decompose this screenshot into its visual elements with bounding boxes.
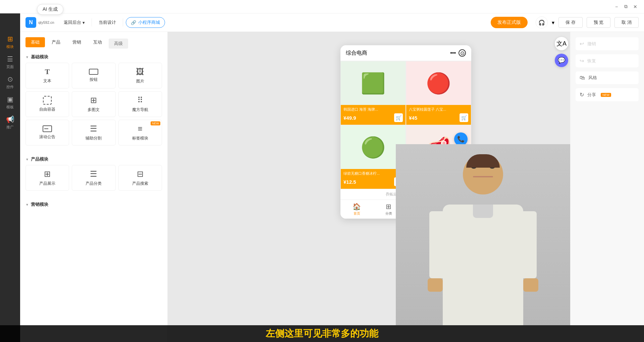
publish-button[interactable]: 发布正式版	[491, 17, 528, 28]
button-module-icon	[89, 69, 98, 75]
module-scroll-notice[interactable]: 滚动公告	[25, 120, 69, 146]
sidebar-label-module: 模块	[6, 44, 14, 49]
module-image[interactable]: 🖼 图片	[118, 63, 162, 89]
module-tag[interactable]: NEW ≡ 标签模块	[118, 120, 162, 146]
tab-interact[interactable]: 互动	[88, 37, 107, 47]
divider-module-label: 辅助分割	[86, 135, 102, 141]
marketing-modules-header: ▼ 营销模块	[20, 196, 167, 210]
person-head	[463, 154, 503, 194]
product-name-0: 韩国进口 海苔 海牌...	[343, 107, 403, 112]
cart-button-0[interactable]: 🛒	[394, 113, 403, 122]
ai-badge[interactable]: AI 生成	[37, 4, 63, 15]
category-nav-icon: ⊞	[386, 203, 391, 211]
preview-button[interactable]: 预 览	[587, 17, 611, 28]
sidebar-item-page[interactable]: ☰ 页面	[0, 52, 20, 72]
product-section-arrow: ▼	[25, 158, 29, 161]
close-button[interactable]: ✕	[632, 3, 639, 10]
sidebar-item-promote[interactable]: 📢 推广	[0, 112, 20, 132]
mini-program-button[interactable]: 🔗 小程序商城	[126, 17, 165, 28]
undo-button[interactable]: ↩ 撤销	[576, 37, 639, 50]
cancel-button[interactable]: 取 消	[614, 17, 639, 28]
presenter-figure	[396, 144, 570, 325]
save-button[interactable]: 保 存	[558, 17, 583, 28]
share-button[interactable]: ↻ 分享 NEW	[576, 88, 639, 101]
mini-program-label: 小程序商城	[138, 19, 160, 25]
text-module-icon: T	[45, 67, 50, 76]
tab-marketing[interactable]: 营销	[67, 37, 87, 47]
phone-header-icons: ••• ⊙	[450, 49, 466, 57]
headset-button[interactable]: 🎧	[536, 16, 548, 28]
product-modules-title: 产品模块	[31, 156, 48, 162]
basic-modules-header: ▼ 基础模块	[20, 49, 167, 63]
phone-fab-button[interactable]: 📞	[454, 132, 468, 146]
redo-button[interactable]: ↪ 恢复	[576, 54, 639, 67]
sidebar-label-page: 页面	[6, 64, 14, 69]
product-card-1[interactable]: 🔴 八宝粥桂圆莲子 八宝... ¥45 🛒	[406, 61, 471, 125]
sidebar-item-control[interactable]: ⊙ 控件	[0, 72, 20, 92]
section-arrow-icon: ▼	[25, 55, 29, 59]
product-card-0[interactable]: 🟩 韩国进口 海苔 海牌... ¥49.9 🛒	[340, 61, 406, 125]
cart-button-1[interactable]: 🛒	[460, 113, 468, 122]
module-product-category[interactable]: ☰ 产品分类	[72, 165, 115, 191]
header-dropdown-icon[interactable]: ▾	[552, 19, 554, 26]
restore-button[interactable]: ⧉	[623, 3, 629, 10]
back-arrow-icon: ▾	[83, 20, 85, 25]
minimize-button[interactable]: −	[613, 3, 620, 10]
tab-product[interactable]: 产品	[46, 37, 66, 47]
image-module-label: 图片	[136, 78, 144, 84]
translate-button[interactable]: 文A	[555, 37, 568, 50]
share-label: 分享	[587, 92, 596, 98]
collar	[473, 205, 493, 218]
back-label: 返回后台	[64, 19, 81, 25]
left-sidebar: ⊞ 模块 ☰ 页面 ⊙ 控件 ▣ 模板 📢 推广	[0, 13, 20, 342]
right-panel: ↩ 撤销 ↪ 恢复 🛍 风格 ↻ 分享 NEW	[570, 32, 644, 342]
module-free-container[interactable]: 自由容器	[25, 91, 69, 117]
phone-header: 综合电商 ••• ⊙	[340, 45, 471, 61]
style-label: 风格	[588, 75, 597, 81]
style-button[interactable]: 🛍 风格	[576, 71, 639, 84]
divider-module-icon: ☰	[90, 124, 97, 133]
panel-tabs: 基础 产品 营销 互动 高级	[20, 32, 167, 49]
style-icon: 🛍	[580, 75, 585, 81]
product-img-0: 🟩	[341, 61, 406, 105]
left-hand	[428, 278, 443, 292]
header: N qty592.cn 返回后台 ▾ 当前设计 🔗 小程序商城 发布正式版 🎧 …	[20, 13, 644, 32]
chat-button[interactable]: 💬	[555, 54, 568, 67]
nav-category[interactable]: ⊞ 分类	[385, 203, 392, 216]
logo-text: qty592.cn	[38, 20, 54, 24]
control-icon: ⊙	[7, 75, 13, 83]
module-divider[interactable]: ☰ 辅助分割	[72, 120, 115, 146]
new-badge: NEW	[151, 121, 160, 125]
module-product-display[interactable]: ⊞ 产品展示	[25, 165, 69, 191]
nav-home[interactable]: 🏠 首页	[353, 203, 361, 216]
product-price-row-2: ¥12.5 🛒	[343, 177, 403, 186]
product-modules-grid: ⊞ 产品展示 ☰ 产品分类 ⊟ 产品搜索	[20, 165, 167, 196]
home-nav-icon: 🏠	[353, 203, 361, 211]
button-module-label: 按钮	[90, 77, 98, 82]
module-text[interactable]: T 文本	[25, 63, 69, 89]
image-module-icon: 🖼	[136, 67, 144, 76]
product-img-1: 🔴	[406, 61, 471, 105]
sidebar-item-template[interactable]: ▣ 模板	[0, 92, 20, 112]
magic-nav-icon: ⠿	[137, 96, 143, 105]
module-multi[interactable]: ⊞ 多图文	[72, 91, 115, 117]
back-button[interactable]: 返回后台 ▾	[60, 17, 89, 27]
sidebar-label-template: 模板	[6, 105, 14, 110]
product-display-icon: ⊞	[44, 169, 51, 179]
marketing-section-arrow: ▼	[25, 203, 29, 207]
product-name-1: 八宝粥桂圆莲子 八宝...	[409, 107, 468, 112]
sidebar-item-module[interactable]: ⊞ 模块	[0, 32, 20, 52]
product-info-0: 韩国进口 海苔 海牌... ¥49.9 🛒	[341, 105, 406, 125]
product-price-1: ¥45	[409, 115, 417, 121]
left-panel: 基础 产品 营销 互动 高级 ▼ 基础模块 T 文本 按钮 🖼 图片 自由容器	[20, 32, 168, 342]
record-icon[interactable]: ⊙	[459, 49, 466, 57]
module-button[interactable]: 按钮	[72, 63, 115, 89]
phone-title: 综合电商	[346, 50, 367, 57]
module-magic-nav[interactable]: ⠿ 魔方导航	[118, 91, 162, 117]
tab-basic[interactable]: 基础	[25, 37, 45, 47]
more-icon[interactable]: •••	[450, 50, 456, 56]
tab-advanced[interactable]: 高级	[109, 39, 128, 49]
product-display-label: 产品展示	[39, 181, 55, 186]
page-icon: ☰	[7, 55, 13, 63]
module-product-search[interactable]: ⊟ 产品搜索	[118, 165, 162, 191]
